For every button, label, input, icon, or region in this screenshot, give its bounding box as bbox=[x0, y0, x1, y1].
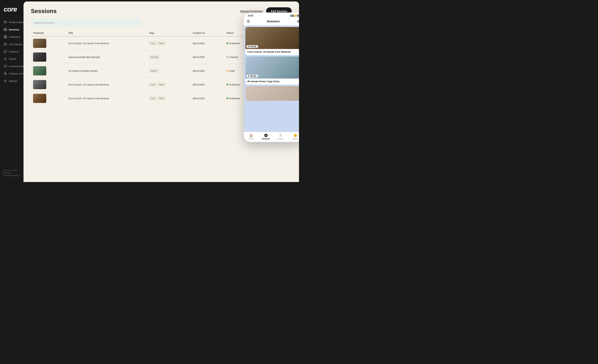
status-dot bbox=[226, 56, 228, 58]
thumbnail-cell bbox=[31, 78, 66, 92]
mobile-card[interactable] bbox=[245, 86, 299, 101]
svg-rect-9 bbox=[4, 43, 7, 46]
play-icon bbox=[4, 28, 7, 31]
sidebar: core Profile & Brand Sessions bbox=[0, 0, 24, 182]
mobile-menu-icon[interactable]: ☰ bbox=[247, 19, 250, 24]
mobile-nav-label: About bbox=[293, 138, 298, 140]
title-cell: Advanced Kettle Bell Strength bbox=[66, 50, 147, 64]
mobile-nav-about[interactable]: 🙂 About bbox=[288, 134, 299, 140]
mobile-nav-label: Events bbox=[278, 138, 283, 140]
tag-badge: Stretch bbox=[149, 69, 159, 73]
status-dot bbox=[226, 84, 228, 86]
col-title: Title bbox=[66, 30, 147, 36]
mobile-status-bar: 12:22 ▐▐▐ 🛜 ▋ bbox=[244, 12, 299, 18]
title-cell: Core Crunch: 15 minute Core Workout bbox=[66, 36, 147, 50]
manage-equipment-link[interactable]: Manage Equipment bbox=[240, 10, 262, 13]
tag-badge: Stack bbox=[158, 41, 166, 45]
mobile-scroll-area: ⏱ 15 min. Core Crunch: 15 minute Core Wo… bbox=[244, 25, 299, 132]
col-thumbnail: Thumnail bbox=[31, 30, 66, 36]
tag-badge: Stack bbox=[158, 97, 166, 100]
status-text: Draft bbox=[229, 70, 234, 72]
svg-rect-8 bbox=[6, 37, 7, 38]
person-icon bbox=[4, 21, 7, 24]
col-tags: Tags bbox=[147, 30, 191, 36]
sidebar-item-programs[interactable]: Programs bbox=[1, 48, 22, 55]
tags-cell: CoreStack bbox=[147, 36, 191, 50]
status-text: Published bbox=[229, 42, 240, 45]
gear-icon bbox=[4, 79, 7, 82]
mobile-bottom-nav: 🏠 Home Sessions 🗓 Events 🙂 About bbox=[244, 132, 299, 142]
grid-icon bbox=[4, 35, 7, 39]
tag-badge: Core bbox=[149, 97, 157, 100]
search-input[interactable] bbox=[31, 18, 141, 27]
chat-icon bbox=[4, 65, 7, 68]
mobile-status-icons: ▐▐▐ 🛜 ▋ bbox=[290, 15, 299, 17]
sidebar-item-collections[interactable]: Collections bbox=[1, 33, 22, 40]
status-dot bbox=[226, 97, 228, 99]
sidebar-item-settings[interactable]: Settings bbox=[1, 77, 22, 84]
tag-badge: Stack bbox=[158, 83, 166, 86]
created-on-cell: 06/31/2020 bbox=[191, 36, 224, 50]
created-on-cell: 06/31/2020 bbox=[191, 64, 224, 78]
tags-cell: Strength bbox=[147, 50, 191, 64]
mobile-card[interactable]: ⏱ 15 min. Core Crunch: 15 minute Core Wo… bbox=[245, 27, 299, 55]
sidebar-item-profile[interactable]: Profile & Brand bbox=[1, 19, 22, 26]
smiley-icon: 🙂 bbox=[293, 134, 297, 137]
mobile-duration-badge: ⏱ 15 min. bbox=[247, 45, 258, 48]
mobile-preview: 12:22 ▐▐▐ 🛜 ▋ ☰ Sessions ⚙ ⏱ 15 min. bbox=[244, 12, 299, 142]
svg-point-16 bbox=[5, 81, 6, 81]
svg-marker-4 bbox=[5, 29, 6, 30]
mobile-duration-badge: ⏱ 45 min. bbox=[247, 75, 258, 77]
mobile-filter-icon[interactable]: ⚙ bbox=[297, 19, 299, 24]
thumbnail-image bbox=[33, 52, 46, 62]
title-cell: Core Crunch: 15 minute Core Workout bbox=[66, 92, 147, 105]
sidebar-item-label: Communication bbox=[9, 65, 25, 68]
tags-cell: CoreStack bbox=[147, 92, 191, 105]
calendar-icon: 🗓 bbox=[279, 134, 282, 137]
sidebar-item-label: Settings bbox=[9, 80, 17, 82]
thumbnail-cell bbox=[31, 36, 66, 50]
svg-point-13 bbox=[5, 58, 6, 59]
mobile-card-image bbox=[245, 86, 299, 101]
title-cell: 15 minute Full Body Stretch bbox=[66, 64, 147, 78]
status-text: Published bbox=[229, 97, 240, 100]
mobile-nav-sessions[interactable]: Sessions bbox=[259, 134, 273, 140]
play-circle-icon bbox=[264, 134, 268, 137]
status-text: Unlisted bbox=[229, 56, 238, 58]
app-logo: core bbox=[0, 4, 24, 19]
sidebar-item-label: Clients bbox=[9, 58, 16, 60]
sidebar-item-label: Programs bbox=[9, 50, 19, 53]
dollar-icon: $ bbox=[4, 72, 7, 75]
mobile-card[interactable]: ⏱ 45 min. 45 minute Power Yoga Class bbox=[245, 57, 299, 85]
sidebar-item-label: Live Classes bbox=[9, 43, 22, 46]
mobile-app-header: ☰ Sessions ⚙ bbox=[244, 18, 299, 25]
calendar-icon bbox=[4, 43, 7, 46]
svg-rect-0 bbox=[4, 21, 7, 23]
created-on-cell: 06/31/2020 bbox=[191, 50, 224, 64]
tags-cell: Stretch bbox=[147, 64, 191, 78]
sidebar-item-products-pricing[interactable]: $ Products & Pricing bbox=[1, 70, 22, 77]
svg-rect-7 bbox=[4, 37, 5, 38]
thumbnail-image bbox=[33, 39, 46, 48]
svg-rect-5 bbox=[4, 36, 5, 37]
sidebar-item-label: Profile & Brand bbox=[9, 21, 25, 24]
sidebar-item-communication[interactable]: Communication bbox=[1, 63, 22, 70]
sidebar-item-sessions[interactable]: Sessions bbox=[1, 26, 22, 33]
title-cell: Core Crunch: 15 minute Core Workout bbox=[66, 78, 147, 92]
mobile-card-image: ⏱ 45 min. bbox=[245, 57, 299, 79]
svg-text:$: $ bbox=[5, 73, 6, 75]
mobile-card-title: Core Crunch: 15 minute Core Workout bbox=[245, 49, 299, 55]
sidebar-item-live-classes[interactable]: Live Classes bbox=[1, 41, 22, 48]
mobile-card-title: 45 minute Power Yoga Class bbox=[245, 79, 299, 85]
col-created: Created on bbox=[191, 30, 224, 36]
thumbnail-cell bbox=[31, 92, 66, 105]
mobile-time: 12:22 bbox=[248, 14, 253, 17]
status-dot bbox=[226, 70, 228, 72]
home-icon: 🏠 bbox=[249, 134, 253, 137]
sidebar-item-label: Collections bbox=[9, 36, 21, 38]
mobile-nav-events[interactable]: 🗓 Events bbox=[273, 134, 288, 140]
tag-badge: Strength bbox=[149, 55, 160, 59]
sidebar-nav: Profile & Brand Sessions Collections bbox=[0, 19, 24, 163]
sidebar-item-clients[interactable]: Clients bbox=[1, 55, 22, 62]
mobile-nav-home[interactable]: 🏠 Home bbox=[244, 134, 259, 140]
